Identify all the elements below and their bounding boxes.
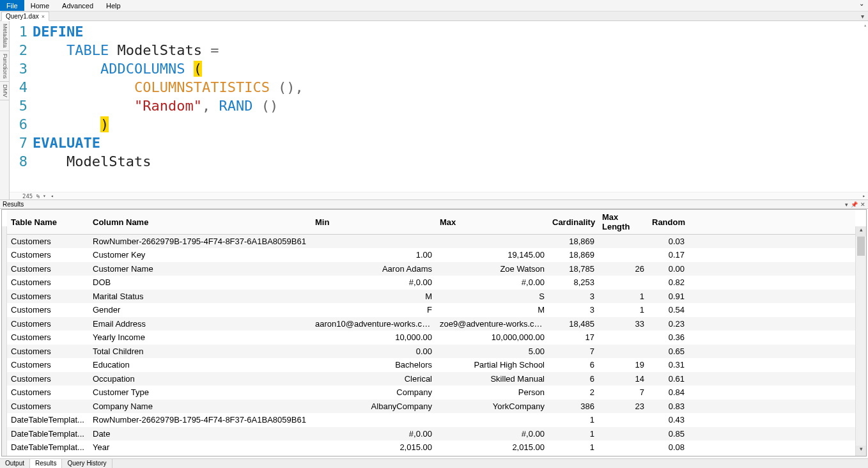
cell-max: 2,015.00	[436, 441, 548, 455]
table-row[interactable]: CustomersMarital StatusMS310.91	[7, 290, 855, 304]
col-random[interactable]: Random	[648, 210, 688, 235]
identifier: ModelStats	[66, 153, 151, 169]
pin-icon[interactable]: 📌	[851, 201, 858, 208]
cell-max: Zoe Watson	[436, 262, 548, 276]
tab-query1[interactable]: Query1.dax ×	[1, 12, 49, 21]
cell-random: 0.61	[648, 372, 688, 386]
table-row[interactable]: DateTableTemplat...Year2,015.002,015.001…	[7, 441, 855, 455]
menu-help[interactable]: Help	[100, 0, 127, 11]
cell-cardinality: 6	[548, 372, 598, 386]
cell-min: Aaron Adams	[311, 262, 436, 276]
cell-min: 10,000.00	[311, 331, 436, 345]
menu-advanced[interactable]: Advanced	[56, 0, 100, 11]
cell-spacer	[688, 386, 855, 400]
line-number: 7	[10, 135, 29, 151]
results-vscrollbar[interactable]: ▴ ▾	[855, 226, 866, 456]
results-table[interactable]: Table Name Column Name Min Max Cardinali…	[7, 210, 855, 455]
table-row[interactable]: CustomersTotal Children0.005.0070.65	[7, 345, 855, 359]
cell-max: 5.00	[436, 345, 548, 359]
cell-random: 0.82	[648, 276, 688, 290]
editor-scroll-up-icon[interactable]: ▴	[864, 22, 867, 28]
table-row[interactable]: DateTableTemplat...RowNumber-2662979B-17…	[7, 413, 855, 427]
bottom-tabs: Output Results Query History	[0, 458, 868, 468]
table-row[interactable]: CustomersDOB#,0.00#,0.008,2530.82	[7, 276, 855, 290]
table-row[interactable]: CustomersCompany NameAlbanyCompanyYorkCo…	[7, 400, 855, 414]
cell-maxlength	[598, 331, 648, 345]
function-columnstatistics: COLUMNSTATISTICS	[134, 79, 270, 95]
cell-min: #,0.00	[311, 276, 436, 290]
cell-column: Marital Status	[89, 290, 311, 304]
cell-max	[436, 413, 548, 427]
close-panel-icon[interactable]: ✕	[860, 201, 865, 208]
cell-table: DateTableTemplat...	[7, 413, 89, 427]
cell-random: 0.31	[648, 358, 688, 372]
cell-max: #,0.00	[436, 276, 548, 290]
col-min[interactable]: Min	[311, 210, 436, 235]
cell-table: Customers	[7, 331, 89, 345]
menu-overflow-icon[interactable]: ⌄	[855, 0, 868, 11]
col-max[interactable]: Max	[436, 210, 548, 235]
sidetab-dmv[interactable]: DMV	[0, 82, 9, 100]
cell-maxlength: 33	[598, 317, 648, 331]
line-number: 1	[10, 24, 29, 40]
cell-max: #,0.00	[436, 427, 548, 441]
sidetab-metadata[interactable]: Metadata	[0, 21, 9, 51]
menu-file[interactable]: File	[0, 0, 24, 11]
table-row[interactable]: CustomersEducationBachelorsPartial High …	[7, 358, 855, 372]
cell-cardinality: 3	[548, 290, 598, 304]
col-max-length[interactable]: Max Length	[598, 210, 648, 235]
menu-home[interactable]: Home	[24, 0, 56, 11]
cell-max: 19,145.00	[436, 248, 548, 262]
cell-column: Customer Key	[89, 248, 311, 262]
cell-column: Company Name	[89, 400, 311, 414]
cell-random: 0.03	[648, 235, 688, 249]
cell-random: 0.83	[648, 400, 688, 414]
cell-spacer	[688, 317, 855, 331]
table-row[interactable]: CustomersCustomer TypeCompanyPerson270.8…	[7, 386, 855, 400]
sidetab-functions[interactable]: Functions	[0, 51, 9, 82]
bottomtab-output[interactable]: Output	[0, 459, 30, 468]
table-row[interactable]: CustomersRowNumber-2662979B-1795-4F74-8F…	[7, 235, 855, 249]
panel-dropdown-icon[interactable]: ▾	[845, 201, 848, 208]
cell-spacer	[688, 413, 855, 427]
col-column-name[interactable]: Column Name	[89, 210, 311, 235]
cell-random: 0.43	[648, 413, 688, 427]
table-row[interactable]: CustomersEmail Addressaaron10@adventure-…	[7, 317, 855, 331]
bottomtab-history[interactable]: Query History	[62, 459, 112, 468]
cell-maxlength	[598, 248, 648, 262]
table-row[interactable]: CustomersYearly Income10,000.0010,000,00…	[7, 331, 855, 345]
cell-random: 0.91	[648, 290, 688, 304]
cell-spacer	[688, 262, 855, 276]
scroll-down-icon[interactable]: ▾	[856, 446, 866, 456]
paren-close: )	[100, 116, 109, 132]
cell-cardinality: 3	[548, 303, 598, 317]
cell-table: Customers	[7, 358, 89, 372]
cell-min: Bachelors	[311, 358, 436, 372]
col-cardinality[interactable]: Cardinality	[548, 210, 598, 235]
table-row[interactable]: CustomersGenderFM310.54	[7, 303, 855, 317]
close-icon[interactable]: ×	[42, 13, 45, 20]
cell-table: Customers	[7, 400, 89, 414]
cell-maxlength: 1	[598, 290, 648, 304]
cell-random: 0.23	[648, 317, 688, 331]
scroll-up-icon[interactable]: ▴	[856, 226, 866, 237]
table-row[interactable]: CustomersCustomer NameAaron AdamsZoe Wat…	[7, 262, 855, 276]
cell-cardinality: 18,869	[548, 235, 598, 249]
table-row[interactable]: CustomersCustomer Key1.0019,145.0018,869…	[7, 248, 855, 262]
cell-maxlength	[598, 345, 648, 359]
zoom-level[interactable]: 245 %	[22, 193, 41, 199]
col-table-name[interactable]: Table Name	[7, 210, 89, 235]
function-rand: RAND	[219, 98, 252, 114]
bottomtab-results[interactable]: Results	[30, 459, 62, 468]
cell-maxlength	[598, 427, 648, 441]
code-editor[interactable]: ▴ 1DEFINE 2 TABLE ModelStats = 3 ADDCOLU…	[10, 21, 868, 199]
table-row[interactable]: DateTableTemplat...Date#,0.00#,0.0010.85	[7, 427, 855, 441]
hscroll-left-icon[interactable]: ◂	[48, 193, 54, 199]
hscroll-right-icon[interactable]: ▸	[862, 193, 868, 199]
zoom-dropdown-icon[interactable]: ▾	[41, 193, 48, 199]
scroll-thumb[interactable]	[857, 237, 865, 256]
tab-overflow-icon[interactable]: ▾	[857, 13, 868, 20]
cell-column: Date	[89, 427, 311, 441]
table-row[interactable]: CustomersOccupationClericalSkilled Manua…	[7, 372, 855, 386]
cell-cardinality: 1	[548, 441, 598, 455]
